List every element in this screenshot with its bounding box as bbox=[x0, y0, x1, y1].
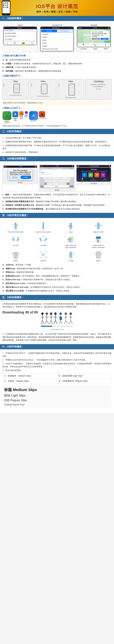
share-status-bar: ●●●1 Photo Selected🔋 bbox=[77, 165, 111, 167]
key-z[interactable]: Z bbox=[47, 182, 49, 185]
key-k[interactable]: K bbox=[64, 180, 67, 182]
key-p[interactable]: P bbox=[68, 177, 71, 180]
svg-rect-6 bbox=[7, 2, 8, 4]
section6-item-1: 1、字体的iOS可设计的尺寸，大多数字体都是适应文字字体动态框架，转换结合者，但… bbox=[3, 352, 111, 358]
toolbar-icon-2[interactable]: ☰ bbox=[14, 42, 16, 44]
map-cancel-btn[interactable]: Cancel bbox=[100, 38, 109, 40]
frame-phone-3 bbox=[69, 84, 75, 96]
segmented-label: 分段选择控件 bbox=[40, 24, 74, 26]
msg-send[interactable]: Send bbox=[70, 168, 73, 169]
share-action-copy[interactable]: 📋Copy bbox=[81, 178, 84, 180]
key-y[interactable]: Y bbox=[57, 177, 60, 180]
list-item-3[interactable]: Purchased› bbox=[4, 38, 37, 41]
toolbar-icon-4[interactable]: 🛒 bbox=[31, 42, 34, 44]
share-actions: 📋Copy ▶Slideshow 📺AirPlay bbox=[78, 178, 110, 180]
svg-point-31 bbox=[96, 228, 101, 230]
key-v[interactable]: V bbox=[55, 182, 58, 185]
key-g[interactable]: G bbox=[56, 180, 58, 182]
icon-58-glyph: ⚙ bbox=[21, 112, 22, 114]
key-row-4: 123spacereturn bbox=[40, 185, 74, 188]
map-toolbar-icon-2[interactable]: 🔍 bbox=[93, 44, 96, 46]
nav-edit[interactable]: Edit bbox=[34, 27, 36, 29]
key-num[interactable]: 123 bbox=[40, 185, 44, 188]
svg-line-89 bbox=[61, 320, 62, 324]
key-j[interactable]: J bbox=[61, 180, 64, 182]
gesture-desc-a: A：点击(tap)：按压连续一个对象； bbox=[3, 263, 111, 266]
key-return[interactable]: return bbox=[69, 185, 74, 188]
seg-item-reading[interactable]: Reading List bbox=[57, 30, 73, 32]
list-item-1[interactable]: Recently Added› bbox=[4, 32, 37, 35]
key-s[interactable]: S bbox=[47, 180, 50, 182]
map-alert-dialog: Turn On Location Services to Allow Maps … bbox=[91, 30, 110, 40]
share-icon-map[interactable]: 🗺 bbox=[94, 172, 99, 177]
state-share: ●●●1 Photo Selected🔋 AirDrop Share insta… bbox=[76, 164, 111, 192]
share-action-slide[interactable]: ▶Slideshow bbox=[90, 178, 96, 180]
svg-point-22 bbox=[41, 228, 45, 230]
state-share-label: 分享界面 bbox=[76, 182, 111, 185]
label-tabbar-bottom: 标签栏 bbox=[93, 48, 97, 50]
seg-list-item-5[interactable]: Google› bbox=[41, 45, 73, 48]
seg-list-item-3[interactable]: Apple› bbox=[41, 39, 73, 42]
key-a[interactable]: A bbox=[45, 180, 47, 182]
drag-svg bbox=[66, 250, 76, 259]
nav-title: Playlists bbox=[17, 27, 22, 29]
gesture-drag-label: to drag bbox=[58, 260, 84, 262]
key-i[interactable]: I bbox=[63, 177, 65, 180]
key-row-2: ASDFGHJKL bbox=[40, 180, 74, 182]
section2-header: 二、UI的布局概述： bbox=[0, 129, 114, 134]
alert-settings-btn[interactable]: Settings bbox=[10, 176, 20, 179]
key-delete[interactable]: ⌫ bbox=[67, 182, 70, 185]
share-icon-message[interactable]: ✉ bbox=[82, 172, 87, 177]
msg-body[interactable]: Sent from my iPod bbox=[40, 174, 74, 177]
svg-rect-87 bbox=[60, 317, 62, 320]
icon-size-58: ⚙ 58px 设置 bbox=[19, 111, 24, 124]
msg-cancel[interactable]: Cancel bbox=[41, 168, 45, 169]
segmented-control[interactable]: Automatic Reading List bbox=[41, 30, 73, 32]
nav-back[interactable]: ◁ bbox=[4, 27, 5, 29]
key-h[interactable]: H bbox=[59, 180, 61, 182]
list-item-2[interactable]: Recently Played› bbox=[4, 35, 37, 38]
map-toolbar-icon-3[interactable]: ℹ bbox=[105, 44, 106, 46]
key-r[interactable]: R bbox=[52, 177, 54, 180]
map-battery: 🔋 bbox=[108, 27, 110, 29]
share-icon-photo[interactable]: 🖼 bbox=[88, 172, 93, 177]
key-q[interactable]: Q bbox=[43, 177, 46, 180]
key-x[interactable]: X bbox=[50, 182, 52, 185]
key-t[interactable]: T bbox=[54, 177, 57, 180]
seg-list-item-6[interactable]: iPod touch User Guide› bbox=[41, 48, 73, 50]
toolbar-icon-3[interactable]: 📻 bbox=[22, 42, 25, 44]
new-playlist[interactable]: + New Playlist... bbox=[4, 30, 36, 31]
seg-item-auto[interactable]: Automatic bbox=[41, 30, 57, 32]
svg-rect-35 bbox=[17, 237, 19, 241]
alert-cancel-btn[interactable]: Cancel bbox=[21, 176, 31, 179]
gesture-swipe-app: swipe action forapp commands bbox=[58, 234, 84, 248]
key-c[interactable]: C bbox=[53, 182, 55, 185]
seg-nav-done[interactable]: Done bbox=[70, 27, 73, 29]
key-b[interactable]: B bbox=[58, 182, 61, 185]
key-u[interactable]: U bbox=[60, 177, 62, 180]
map-settings-btn[interactable]: Settings bbox=[92, 38, 100, 40]
share-action-airplay[interactable]: 📺AirPlay bbox=[103, 178, 106, 180]
key-shift[interactable]: ⇧ bbox=[44, 182, 47, 185]
key-d[interactable]: D bbox=[50, 180, 53, 182]
seg-list-item-1[interactable]: Favorites› bbox=[41, 33, 73, 36]
map-toolbar: 📍 🔍 ℹ bbox=[77, 43, 110, 47]
key-space[interactable]: space bbox=[44, 185, 69, 188]
key-e[interactable]: E bbox=[49, 177, 51, 180]
key-w[interactable]: W bbox=[46, 177, 49, 180]
icon-appstore: A app store bbox=[29, 111, 38, 124]
seg-nav-back[interactable]: ◁ bbox=[41, 27, 42, 29]
map-toolbar-icon-1[interactable]: 📍 bbox=[82, 44, 85, 46]
key-o[interactable]: O bbox=[66, 177, 68, 180]
state-alert-label: 警告框 bbox=[3, 181, 38, 184]
key-l[interactable]: L bbox=[67, 180, 69, 182]
icon-size-120: ♪ 120px App store bbox=[3, 111, 12, 124]
svg-point-27 bbox=[69, 228, 73, 230]
key-f[interactable]: F bbox=[53, 180, 55, 182]
key-m[interactable]: M bbox=[64, 182, 66, 185]
toolbar-icon-1[interactable]: ♪ bbox=[7, 42, 8, 44]
seg-list-item-2[interactable]: History› bbox=[41, 36, 73, 39]
share-icon-flickr[interactable]: Fl bbox=[101, 172, 105, 177]
key-n[interactable]: N bbox=[61, 182, 64, 185]
seg-list-item-4[interactable]: Yahoo!› bbox=[41, 42, 73, 45]
